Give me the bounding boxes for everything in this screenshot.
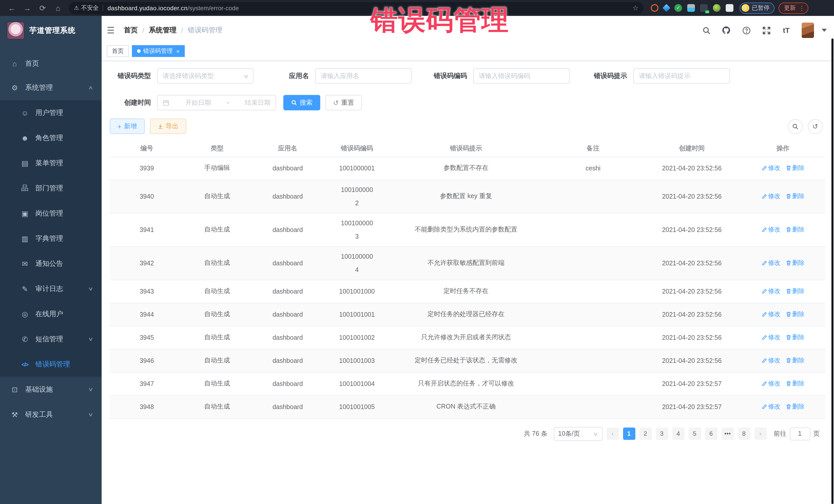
browser-back-icon[interactable]: ← [4, 4, 20, 12]
delete-link[interactable]: 删除 [786, 192, 805, 201]
row-type: 自动生成 [184, 280, 250, 303]
delete-link-label: 删除 [792, 379, 805, 388]
sidebar-item-审计日志[interactable]: ✎审计日志∨ [0, 276, 102, 301]
not-secure-label[interactable]: 不安全 [81, 4, 99, 12]
delete-link[interactable]: 删除 [786, 225, 805, 234]
edit-link[interactable]: 修改 [761, 379, 781, 388]
edit-link[interactable]: 修改 [761, 225, 781, 234]
breadcrumb-item[interactable]: 首页 [124, 26, 138, 35]
sidebar-item-研发工具[interactable]: ⚒研发工具∨ [0, 402, 102, 427]
extensions-puzzle-icon[interactable] [726, 4, 733, 12]
profile-avatar-icon: ☺ [742, 4, 749, 12]
extension-key-icon[interactable] [713, 4, 721, 12]
prev-page-button[interactable]: ‹ [607, 428, 619, 440]
next-page-button[interactable]: › [754, 428, 767, 440]
page-button-4[interactable]: 4 [672, 428, 684, 440]
page-button-6[interactable]: 6 [705, 428, 717, 440]
sidebar-item-在线用户[interactable]: ◎在线用户 [0, 301, 102, 326]
user-avatar[interactable] [802, 23, 814, 38]
delete-link-label: 删除 [792, 164, 805, 172]
edit-link[interactable]: 修改 [761, 192, 781, 201]
refresh-icon[interactable]: ↺ [808, 119, 823, 134]
error-type-select[interactable]: 请选择错误码类型 ∨ [157, 68, 254, 84]
delete-link[interactable]: 删除 [786, 333, 805, 342]
error-type-label: 错误码类型 [107, 71, 151, 81]
sidebar-item-首页[interactable]: ⌂首页 [0, 52, 102, 75]
sidebar-item-基础设施[interactable]: ⊡基础设施∨ [0, 377, 102, 402]
home-icon: ⌂ [10, 60, 19, 68]
tab-错误码管理[interactable]: 错误码管理× [132, 45, 185, 57]
reset-button[interactable]: ↺ 重置 [325, 95, 362, 110]
search-icon[interactable] [702, 26, 711, 35]
address-bar[interactable]: ⚠ 不安全 dashboard.yudao.iocoder.cn /system… [69, 2, 643, 14]
delete-link[interactable]: 删除 [786, 402, 805, 411]
page-button-1[interactable]: 1 [623, 428, 635, 440]
bookmark-star-icon[interactable]: ☆ [633, 4, 638, 12]
sidebar-item-角色管理[interactable]: ☻角色管理 [0, 125, 102, 150]
page-scrollbar[interactable] [831, 39, 833, 504]
active-tab-dot [137, 49, 140, 53]
page-button-8[interactable]: 8 [738, 428, 750, 440]
row-remark [543, 326, 643, 349]
add-button[interactable]: + 新增 [110, 118, 145, 134]
sidebar-item-label: 基础设施 [25, 385, 53, 394]
delete-link[interactable]: 删除 [786, 379, 805, 388]
github-icon[interactable] [722, 26, 731, 35]
extension-grid-icon[interactable] [687, 4, 695, 12]
sidebar-item-错误码管理[interactable]: </>错误码管理 [0, 352, 102, 377]
extension-green-icon[interactable]: ✓ [674, 4, 682, 12]
app-name-input[interactable]: 请输入应用名 [315, 68, 412, 84]
sidebar-item-菜单管理[interactable]: ▤菜单管理 [0, 150, 102, 176]
extension-orange-icon[interactable] [651, 4, 658, 12]
extension-gem-icon[interactable] [662, 4, 670, 12]
error-code-input[interactable]: 请输入错误码编码 [473, 68, 570, 84]
delete-link[interactable]: 删除 [786, 356, 805, 365]
browser-reload-icon[interactable]: ⟳ [35, 3, 50, 13]
extension-switch-icon[interactable]: on [700, 4, 708, 12]
collapse-menu-icon[interactable]: ☰ [107, 25, 115, 36]
browser-home-icon[interactable]: ⌂ [50, 4, 66, 12]
page-button-3[interactable]: 3 [656, 428, 668, 440]
error-hint-input[interactable]: 请输入错误码提示 [633, 68, 730, 84]
delete-link[interactable]: 删除 [786, 287, 805, 295]
fullscreen-icon[interactable] [762, 26, 771, 35]
sidebar-item-字典管理[interactable]: ▥字典管理 [0, 226, 102, 251]
sidebar-item-短信管理[interactable]: ✆短信管理∨ [0, 326, 102, 352]
edit-link[interactable]: 修改 [761, 164, 781, 172]
delete-link[interactable]: 删除 [786, 310, 805, 319]
user-menu-caret-icon[interactable] [822, 29, 827, 32]
breadcrumb-item[interactable]: 系统管理 [149, 26, 177, 35]
sidebar-item-岗位管理[interactable]: ▣岗位管理 [0, 201, 102, 226]
tab-首页[interactable]: 首页 [107, 45, 129, 57]
page-button-2[interactable]: 2 [639, 428, 652, 440]
page-ellipsis[interactable]: ••• [721, 428, 734, 440]
delete-link[interactable]: 删除 [786, 164, 805, 172]
edit-link[interactable]: 修改 [761, 402, 781, 411]
page-size-select[interactable]: 10条/页∨ [553, 427, 602, 441]
goto-page-input[interactable]: 1 [790, 427, 810, 440]
sidebar-item-通知公告[interactable]: ✉通知公告 [0, 251, 102, 276]
browser-forward-icon[interactable]: → [20, 4, 35, 12]
page-button-5[interactable]: 5 [688, 428, 701, 440]
browser-update-button[interactable]: 更新 ⋮ [778, 2, 808, 14]
table-row: 3942自动生成dashboard1001000004不允许获取敏感配置到前端2… [110, 246, 825, 280]
edit-link[interactable]: 修改 [761, 310, 781, 319]
close-tab-icon[interactable]: × [176, 48, 180, 54]
date-range-picker[interactable]: 开始日期 - 结束日期 [157, 95, 276, 110]
sidebar-item-部门管理[interactable]: 品部门管理 [0, 176, 102, 201]
help-icon[interactable] [742, 26, 751, 35]
tab-label: 错误码管理 [143, 47, 173, 55]
delete-link[interactable]: 删除 [786, 259, 805, 267]
font-size-icon[interactable]: tT [782, 26, 791, 35]
browser-menu-dots-icon[interactable]: ⋮ [799, 4, 805, 12]
browser-profile-badge[interactable]: ☺ 已暂停 [740, 2, 774, 14]
sidebar-item-用户管理[interactable]: ☺用户管理 [0, 100, 102, 125]
export-button[interactable]: 导出 [150, 118, 186, 134]
toggle-search-icon[interactable] [788, 119, 803, 134]
search-button[interactable]: 搜索 [283, 95, 320, 110]
edit-link[interactable]: 修改 [761, 287, 781, 295]
edit-link[interactable]: 修改 [761, 333, 781, 342]
edit-link[interactable]: 修改 [761, 259, 781, 267]
sidebar-item-系统管理[interactable]: ⚙系统管理∧ [0, 75, 102, 100]
edit-link[interactable]: 修改 [761, 356, 781, 365]
